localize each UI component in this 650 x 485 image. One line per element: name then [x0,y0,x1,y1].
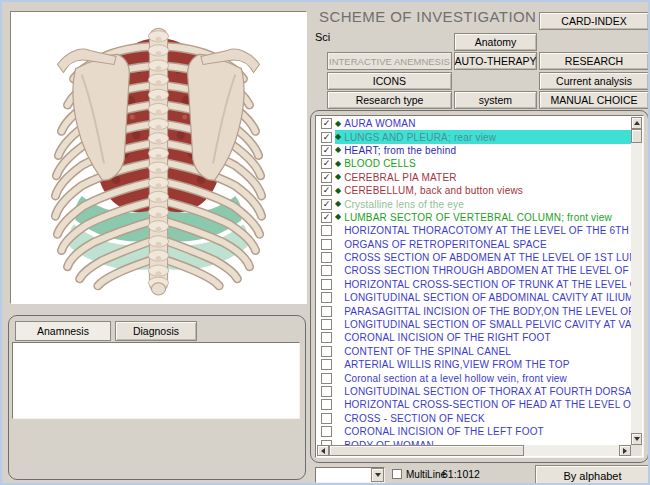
list-item[interactable]: ◆CONTENT OF THE SPINAL CANEL [317,345,631,358]
item-bullet-icon: ◆ [335,120,341,128]
diagnosis-tab-button[interactable]: Diagnosis [115,321,197,341]
list-item[interactable]: ✓◆Crystalline lens of the eye [317,197,631,210]
arrow-up-icon [634,121,640,125]
list-item[interactable]: ◆HORIZONTAL THORACOTOMY AT THE LEVEL OF … [317,224,631,237]
vertical-scroll-thumb[interactable] [631,129,642,143]
item-checkbox[interactable] [321,239,332,250]
list-item[interactable]: ✓◆BLOOD CELLS [317,157,631,170]
item-bullet-icon: ◆ [335,146,341,154]
item-label: CEREBRAL PIA MATER [344,172,457,183]
list-item[interactable]: ◆CORONAL INCISION OF THE RIGHT FOOT [317,331,631,344]
interactive-anamnesis-button: INTERACTIVE ANEMNESIS [327,52,452,70]
item-checkbox[interactable] [321,399,332,410]
list-item[interactable]: ◆CORONAL INCISION OF THE LEFT FOOT [317,425,631,438]
item-label: HORIZONTAL THORACOTOMY AT THE LEVEL OF T… [344,225,631,236]
item-checkbox[interactable] [321,292,332,303]
item-checkbox[interactable]: ✓ [321,172,332,183]
item-label: CROSS - SECTION OF NECK [344,413,485,424]
item-label: LONGITUDINAL SECTION OF THORAX AT FOURTH… [344,386,631,397]
list-item[interactable]: ◆Coronal section at a level hollow vein,… [317,371,631,384]
item-label: Crystalline lens of the eye [344,199,464,210]
item-label: ARTERIAL WILLIS RING,VIEW FROM THE TOP [344,359,569,370]
anamnesis-notes-field[interactable] [12,342,300,419]
item-bullet-icon: ◆ [335,187,341,195]
item-label: CORONAL INCISION OF THE LEFT FOOT [344,426,544,437]
item-checkbox[interactable]: ✓ [321,118,332,129]
scroll-left-button[interactable] [317,445,329,456]
anatomy-illustration-thorax-rear [11,12,306,303]
list-item[interactable]: ◆PARASAGITTAL INCISION OF THE BODY,ON TH… [317,304,631,317]
filter-combobox[interactable] [315,467,385,483]
multiline-checkbox[interactable] [392,469,402,479]
current-analysis-button[interactable]: Current analysis [539,72,649,90]
anatomy-button[interactable]: Anatomy [454,33,537,51]
list-item[interactable]: ◆CROSS SECTION OF ABDOMEN AT THE LEVEL O… [317,251,631,264]
by-alphabet-button[interactable]: By alphabet [535,465,650,485]
item-checkbox[interactable] [321,426,332,437]
item-checkbox[interactable] [321,225,332,236]
item-checkbox[interactable] [321,373,332,384]
item-label: CEREBELLUM, back and button views [344,185,523,196]
vertical-scrollbar[interactable] [631,117,642,445]
item-checkbox[interactable] [321,386,332,397]
scrollbar-corner [631,445,642,456]
horizontal-scroll-thumb[interactable] [329,445,524,456]
investigation-listbox: ✓◆AURA WOMAN✓◆LUNGS AND PLEURA; rear vie… [315,115,644,458]
item-checkbox[interactable] [321,265,332,276]
item-checkbox[interactable] [321,413,332,424]
auto-therapy-button[interactable]: AUTO-THERAPY [454,52,537,70]
item-checkbox[interactable]: ✓ [321,185,332,196]
scroll-up-button[interactable] [631,117,642,129]
anatomy-image-panel[interactable] [10,11,307,304]
scroll-right-button[interactable] [619,445,631,456]
list-item[interactable]: ◆CROSS SECTION THROUGH ABDOMEN AT THE LE… [317,264,631,277]
item-checkbox[interactable]: ✓ [321,158,332,169]
item-checkbox[interactable]: ✓ [321,132,332,143]
item-label: LONGITUDINAL SECTION OF SMALL PELVIC CAV… [344,319,631,330]
item-checkbox[interactable] [321,279,332,290]
item-checkbox[interactable] [321,332,332,343]
list-item[interactable]: ✓◆HEART; from the behind [317,144,631,157]
list-item[interactable]: ◆HORIZONTAL CROSS-SECTION OF HEAD AT THE… [317,398,631,411]
list-item[interactable]: ◆BODY OF WOMAN [317,438,631,445]
item-checkbox[interactable]: ✓ [321,199,332,210]
item-bullet-icon: ◆ [335,160,341,168]
list-item[interactable]: ◆LONGITUDINAL SECTION OF SMALL PELVIC CA… [317,318,631,331]
item-checkbox[interactable]: ✓ [321,145,332,156]
manual-choice-button[interactable]: MANUAL CHOICE [539,91,649,109]
chevron-down-icon [375,473,381,477]
item-checkbox[interactable] [321,319,332,330]
item-label: CONTENT OF THE SPINAL CANEL [344,346,511,357]
anamnesis-tab-button[interactable]: Anamnesis [15,321,111,341]
system-button[interactable]: system [454,91,537,109]
list-item[interactable]: ◆LONGITUDINAL SECTION OF ABDOMINAL CAVIT… [317,291,631,304]
item-label: LUNGS AND PLEURA; rear view [344,132,496,143]
sci-label: Sci [315,31,330,43]
combobox-dropdown-button[interactable] [371,468,384,482]
arrow-down-icon [634,437,640,441]
list-item[interactable]: ◆ORGANS OF RETROPERITONEAL SPACE [317,238,631,251]
horizontal-scrollbar[interactable] [317,445,631,456]
item-checkbox[interactable] [321,306,332,317]
item-checkbox[interactable] [321,346,332,357]
list-item[interactable]: ✓◆LUMBAR SECTOR OF VERTEBRAL COLUMN; fro… [317,211,631,224]
item-label: ORGANS OF RETROPERITONEAL SPACE [344,239,547,250]
list-item[interactable]: ✓◆CEREBELLUM, back and button views [317,184,631,197]
list-item[interactable]: ✓◆AURA WOMAN [317,117,631,130]
item-checkbox[interactable] [321,252,332,263]
list-item[interactable]: ◆ARTERIAL WILLIS RING,VIEW FROM THE TOP [317,358,631,371]
list-item[interactable]: ◆CROSS - SECTION OF NECK [317,412,631,425]
item-label: AURA WOMAN [344,118,415,129]
list-item[interactable]: ◆LONGITUDINAL SECTION OF THORAX AT FOURT… [317,385,631,398]
card-index-button[interactable]: CARD-INDEX [539,12,649,30]
list-item[interactable]: ◆HORIZONTAL CROSS-SECTION OF TRUNK AT TH… [317,278,631,291]
icons-button[interactable]: ICONS [327,72,452,90]
research-button[interactable]: RESEARCH [539,52,649,70]
list-item[interactable]: ✓◆CEREBRAL PIA MATER [317,171,631,184]
item-checkbox[interactable] [321,359,332,370]
scroll-down-button[interactable] [631,433,642,445]
research-type-button[interactable]: Research type [327,91,452,109]
list-item[interactable]: ✓◆LUNGS AND PLEURA; rear view [317,130,631,143]
item-checkbox[interactable]: ✓ [321,212,332,223]
item-label: CORONAL INCISION OF THE RIGHT FOOT [344,332,551,343]
